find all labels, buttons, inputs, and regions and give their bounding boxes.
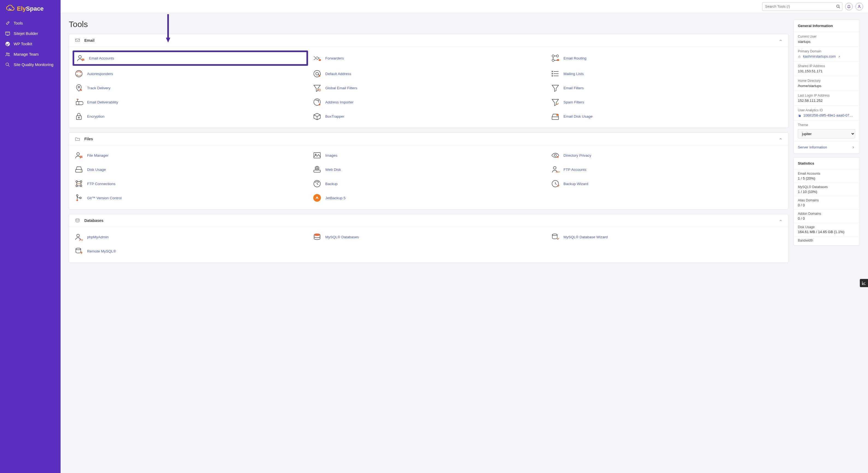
spam-filters-icon: [551, 98, 560, 107]
tool-git[interactable]: Git™ Version Control: [71, 191, 309, 205]
page-title: Tools: [69, 20, 88, 29]
tool-encryption[interactable]: Encryption: [71, 109, 309, 123]
tool-label: BoxTrapper: [325, 114, 344, 118]
theme-label: Theme: [798, 123, 855, 127]
shared-ip-value: 131.153.51.171: [798, 69, 855, 73]
nav-label: Manage Team: [13, 52, 39, 57]
tool-label: Forwarders: [325, 56, 344, 60]
tool-mysql-wizard[interactable]: MySQL® Database Wizard: [548, 230, 786, 244]
ftp-accounts-icon: [551, 165, 560, 174]
tool-jetbackup[interactable]: JetBackup 5: [309, 191, 548, 205]
logo: ElySpace: [0, 5, 61, 18]
general-info-panel: General Information Current User startup…: [793, 20, 860, 153]
svg-point-2: [6, 53, 8, 54]
tool-mysql-db[interactable]: MySQL® Databases: [309, 230, 548, 244]
tool-mailing-lists[interactable]: Mailing Lists: [548, 67, 786, 81]
stat-label: Email Accounts: [798, 172, 855, 176]
tool-label: Email Routing: [563, 56, 586, 60]
analytics-label: User Analytics ID: [798, 108, 855, 112]
nav-label: Sitejet Builder: [13, 31, 38, 36]
tool-images[interactable]: Images: [309, 148, 548, 162]
svg-point-4: [6, 63, 8, 65]
tool-track-delivery[interactable]: Track Delivery: [71, 81, 309, 95]
tool-backup[interactable]: Backup: [309, 177, 548, 191]
tool-address-importer[interactable]: Address Importer: [309, 95, 548, 109]
email-routing-icon: [551, 54, 560, 62]
tool-deliverability[interactable]: Email Deliverability: [71, 95, 309, 109]
nav-manage-team[interactable]: Manage Team: [0, 49, 61, 59]
svg-point-3: [8, 53, 9, 54]
tool-email-filters[interactable]: Email Filters: [548, 81, 786, 95]
primary-domain-label: Primary Domain: [798, 50, 855, 53]
search-icon[interactable]: [836, 4, 841, 9]
tool-label: Email Deliverability: [87, 100, 118, 104]
deliverability-icon: [74, 98, 83, 107]
tool-phpmyadmin[interactable]: phpMyAdmin: [71, 230, 309, 244]
tool-boxtrapper[interactable]: BoxTrapper: [309, 109, 548, 123]
search-wrap: [762, 2, 842, 11]
tool-label: FTP Accounts: [563, 168, 586, 172]
group-body: phpMyAdmin MySQL® Databases MySQL® Datab…: [69, 227, 788, 263]
global-filters-icon: [313, 84, 321, 92]
tools-group-email: Email Email Accounts Forwarders Email Ro…: [69, 34, 788, 128]
forwarders-icon: [313, 54, 321, 62]
notifications-button[interactable]: [845, 3, 853, 10]
nav-tools[interactable]: Tools: [0, 18, 61, 28]
search-input[interactable]: [762, 2, 842, 11]
sitejet-icon: [5, 31, 10, 36]
tool-remote-mysql[interactable]: Remote MySQL®: [71, 244, 309, 258]
tool-autoresponders[interactable]: Autoresponders: [71, 67, 309, 81]
tool-backup-wizard[interactable]: Backup Wizard: [548, 177, 786, 191]
nav-wptoolkit[interactable]: WP Toolkit: [0, 39, 61, 49]
tool-spam-filters[interactable]: Spam Filters: [548, 95, 786, 109]
tool-email-accounts[interactable]: Email Accounts: [73, 51, 308, 65]
chevron-up-icon: [779, 38, 783, 42]
tool-ftp-connections[interactable]: FTP Connections: [71, 177, 309, 191]
mailing-lists-icon: [551, 69, 560, 78]
nav-site-quality[interactable]: Site Quality Monitoring: [0, 59, 61, 70]
group-header[interactable]: Email: [69, 34, 788, 47]
server-info-link[interactable]: Server Information: [794, 141, 860, 153]
svg-rect-0: [6, 32, 10, 35]
stat-label: Bandwidth: [798, 239, 855, 242]
encryption-icon: [74, 112, 83, 121]
copy-icon[interactable]: [798, 114, 801, 117]
cloud-logo-icon: [5, 5, 15, 12]
tool-dir-privacy[interactable]: Directory Privacy: [548, 148, 786, 162]
stat-label: Alias Domains: [798, 199, 855, 202]
tool-file-manager[interactable]: File Manager: [71, 148, 309, 162]
tool-email-routing[interactable]: Email Routing: [548, 50, 786, 67]
tool-disk-usage[interactable]: Disk Usage: [71, 162, 309, 177]
tool-global-filters[interactable]: Global Email Filters: [309, 81, 548, 95]
theme-select[interactable]: jupiter: [798, 129, 855, 138]
tool-label: Disk Usage: [87, 168, 106, 172]
tool-label: Git™ Version Control: [87, 196, 122, 200]
analytics-id-link[interactable]: 10681f58-d9f5-49e1-aaa0-07…: [803, 113, 853, 117]
user-icon: [857, 5, 861, 8]
tool-label: Email Accounts: [89, 56, 114, 60]
svg-rect-9: [799, 115, 801, 117]
stat-value: 1 / 5 (20%): [798, 176, 855, 180]
tool-ftp-accounts[interactable]: FTP Accounts: [548, 162, 786, 177]
stat-row: Addon Domains 0 / 0: [794, 210, 860, 223]
nav-sitejet[interactable]: Sitejet Builder: [0, 28, 61, 39]
stat-label: Disk Usage: [798, 225, 855, 229]
tool-forwarders[interactable]: Forwarders: [309, 50, 548, 67]
tool-label: Track Delivery: [87, 86, 111, 90]
primary-domain-link[interactable]: kashmirstartups.com: [803, 54, 836, 58]
tool-default-address[interactable]: Default Address: [309, 67, 548, 81]
group-body: Email Accounts Forwarders Email Routing …: [69, 47, 788, 128]
group-header[interactable]: Files: [69, 132, 788, 146]
floating-stats-button[interactable]: [860, 279, 868, 287]
tool-web-disk[interactable]: Web Disk: [309, 162, 548, 177]
stat-value: 0 / 0: [798, 216, 855, 220]
bell-icon: [847, 5, 851, 8]
tool-label: Default Address: [325, 72, 351, 76]
current-user-label: Current User: [798, 35, 855, 38]
group-header[interactable]: Databases: [69, 214, 788, 227]
user-menu-button[interactable]: [856, 3, 863, 10]
images-icon: [313, 151, 321, 160]
nav-label: Site Quality Monitoring: [13, 62, 54, 67]
stat-row: Bandwidth: [794, 236, 860, 245]
tool-email-disk-usage[interactable]: Email Disk Usage: [548, 109, 786, 123]
